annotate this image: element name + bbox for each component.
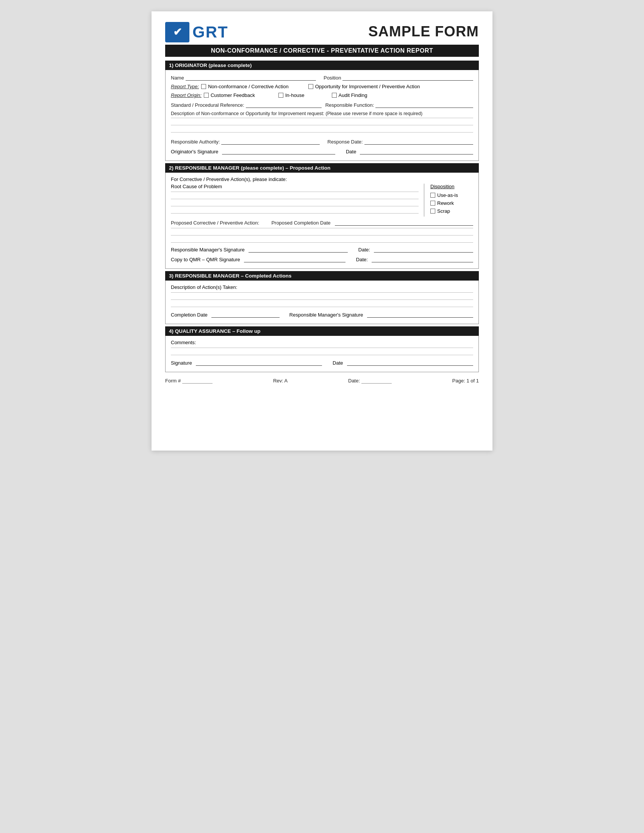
disposition-label: Disposition — [430, 183, 473, 189]
resp-authority-label: Responsible Authority: — [171, 139, 220, 145]
proposed-action-row: Proposed Corrective / Preventive Action:… — [171, 219, 473, 226]
footer-form: Form # — [165, 378, 213, 384]
page: ✔ GRT SAMPLE FORM NON-CONFORMANCE / CORR… — [151, 11, 493, 450]
origin-option-2-label: In-house — [285, 92, 304, 98]
std-ref-row: Standard / Procedural Reference: Respons… — [171, 101, 473, 108]
disposition-rework[interactable]: Rework — [430, 200, 473, 206]
footer: Form # Rev: A Date: Page: 1 of 1 — [165, 378, 479, 384]
report-type-option-2[interactable]: Opportunity for Improvement / Preventive… — [308, 84, 420, 89]
section4-body: Comments: Signature Date — [165, 336, 479, 372]
main-title-bar: NON-CONFORMANCE / CORRECTIVE - PREVENTAT… — [165, 45, 479, 57]
checkbox-customer-feedback[interactable] — [204, 93, 209, 98]
comment-line-1 — [171, 347, 473, 348]
section3-resp-mgr-sig-label: Responsible Manager's Signature — [290, 312, 363, 318]
checkbox-scrap[interactable] — [430, 209, 435, 214]
footer-form-label: Form # — [165, 378, 181, 384]
logo-text: GRT — [192, 23, 229, 41]
position-label: Position — [324, 75, 341, 80]
qmr-date-field[interactable] — [372, 256, 473, 262]
section1-body: Name Position Report Type: Non-conforman… — [165, 70, 479, 161]
response-date-label: Response Date: — [327, 139, 362, 145]
proposed-action-lines — [171, 228, 473, 243]
root-cause-line-4 — [171, 213, 419, 214]
resp-mgr-sig-field[interactable] — [248, 246, 348, 252]
section4-date-field[interactable] — [347, 359, 473, 366]
disposition-option-1-label: Use-as-is — [437, 192, 458, 198]
checkbox-rework[interactable] — [430, 201, 435, 206]
section2-left: Root Cause of Problem — [171, 183, 424, 217]
footer-rev-label: Rev: A — [273, 378, 288, 384]
checkbox-opportunity[interactable] — [308, 84, 313, 89]
report-type-option-1-label: Non-conformance / Corrective Action — [208, 84, 288, 89]
section4-sig-field[interactable] — [196, 359, 322, 366]
origin-audit-finding[interactable]: Audit Finding — [332, 92, 367, 98]
section4-sig-row: Signature Date — [171, 359, 473, 366]
report-type-row: Report Type: Non-conformance / Correctiv… — [171, 84, 473, 89]
desc-actions-label: Description of Action(s) Taken: — [171, 285, 473, 290]
section2-body: For Corrective / Preventive Action(s), p… — [165, 173, 479, 269]
completion-date-field[interactable] — [211, 311, 280, 318]
desc-actions-lines — [171, 292, 473, 307]
resp-function-field[interactable] — [375, 101, 473, 108]
qmr-sig-row: Copy to QMR – QMR Signature Date: — [171, 256, 473, 262]
section3-header: 3) RESPONSIBLE MANAGER – Completed Actio… — [165, 271, 479, 281]
checkbox-nc-corrective[interactable] — [201, 84, 206, 89]
proposed-completion-label: Proposed Completion Date — [271, 220, 330, 226]
report-type-option-2-label: Opportunity for Improvement / Preventive… — [315, 84, 420, 89]
origin-inhouse[interactable]: In-house — [279, 92, 304, 98]
logo-checkmark: ✔ — [173, 27, 182, 37]
qmr-sig-field[interactable] — [244, 256, 346, 262]
comment-line-2 — [171, 355, 473, 355]
section2-right: Disposition Use-as-is Rework Scrap — [424, 183, 473, 217]
checkbox-inhouse[interactable] — [279, 93, 283, 98]
disposition-scrap[interactable]: Scrap — [430, 208, 473, 214]
checkbox-audit[interactable] — [332, 93, 337, 98]
position-field[interactable] — [343, 74, 473, 80]
resp-mgr-date-field[interactable] — [374, 246, 473, 252]
logo-area: ✔ GRT — [165, 22, 229, 42]
completion-date-label: Completion Date — [171, 312, 208, 318]
comments-lines — [171, 347, 473, 355]
description-lines — [171, 118, 473, 132]
orig-sig-label: Originator's Signature — [171, 149, 218, 154]
name-field[interactable] — [186, 74, 316, 80]
response-date-field[interactable] — [364, 138, 473, 145]
proposed-completion-field[interactable] — [335, 219, 473, 226]
root-cause-line-3 — [171, 206, 419, 206]
qmr-date-label: Date: — [356, 257, 368, 262]
footer-page-label: Page: 1 of 1 — [452, 378, 479, 384]
name-label: Name — [171, 75, 184, 80]
qmr-sig-label: Copy to QMR – QMR Signature — [171, 257, 240, 262]
resp-authority-field[interactable] — [221, 138, 320, 145]
std-ref-label: Standard / Procedural Reference: — [171, 102, 244, 108]
footer-rev: Rev: A — [273, 378, 288, 384]
origin-option-3-label: Audit Finding — [339, 92, 367, 98]
footer-page: Page: 1 of 1 — [452, 378, 479, 384]
disposition-option-2-label: Rework — [437, 200, 454, 206]
resp-function-label: Responsible Function: — [325, 102, 374, 108]
section1-header: 1) ORIGINATOR (please complete) — [165, 61, 479, 70]
section3-resp-mgr-sig-field[interactable] — [367, 311, 473, 318]
std-ref-field[interactable] — [246, 101, 322, 108]
origin-customer-feedback[interactable]: Customer Feedback — [204, 92, 255, 98]
orig-sig-field[interactable] — [222, 148, 335, 154]
desc-line-3 — [171, 132, 473, 132]
footer-date-line — [361, 378, 392, 384]
checkbox-use-as-is[interactable] — [430, 193, 435, 198]
report-origin-label: Report Origin: — [171, 92, 201, 98]
orig-date-field[interactable] — [360, 148, 473, 154]
disposition-use-as-is[interactable]: Use-as-is — [430, 192, 473, 198]
root-cause-label: Root Cause of Problem — [171, 183, 419, 189]
name-position-row: Name Position — [171, 74, 473, 80]
report-type-option-1[interactable]: Non-conformance / Corrective Action — [201, 84, 288, 89]
resp-authority-row: Responsible Authority: Response Date: — [171, 138, 473, 145]
proposed-line-1 — [171, 228, 473, 228]
desc-line-2 — [171, 125, 473, 125]
section4-date-label: Date — [333, 360, 343, 366]
footer-date-label: Date: — [348, 378, 360, 384]
report-origin-row: Report Origin: Customer Feedback In-hous… — [171, 92, 473, 98]
root-cause-line-1 — [171, 191, 419, 192]
section2-content: Root Cause of Problem Disposition Use-as… — [171, 183, 473, 217]
resp-mgr-sig-row: Responsible Manager's Signature Date: — [171, 246, 473, 252]
orig-date-label: Date — [346, 149, 356, 154]
